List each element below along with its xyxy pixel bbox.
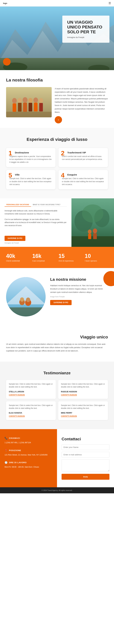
filosofia-section: La nostra filosofia	[0, 70, 114, 128]
test-card-text-4: Sample text. Click to select the text bo…	[61, 404, 105, 410]
contact-message-input[interactable]	[62, 459, 109, 472]
esp-card-title-2: Trasferimenti VIP	[67, 151, 104, 154]
testimonianze-grid: Sample text. Click to select the text bo…	[6, 380, 108, 420]
test-card-3: Sample text. Click to select the text bo…	[6, 401, 56, 420]
personalized-left: PERSONALIZED VACATIONS WHAT IS YOUR VACA…	[0, 198, 72, 247]
test-card-name-2: RADOJE HUDSON	[61, 391, 105, 393]
svg-rect-12	[23, 103, 27, 112]
svg-rect-8	[13, 104, 16, 112]
esp-card-title-4: Eseguire	[67, 174, 104, 176]
contact-left: 📞 CHIAMACI 1 (234) 567-891, 1 (234) 9871…	[0, 429, 57, 487]
svg-point-33	[20, 298, 24, 302]
viaggio-title: Viaggio unico	[6, 335, 108, 340]
pers-tab-2[interactable]: WHAT IS YOUR VACATIONS TYPE?	[31, 203, 62, 206]
svg-rect-28	[93, 233, 97, 239]
test-card-name-4: MIKE PERRY	[61, 412, 105, 414]
svg-rect-14	[29, 103, 32, 112]
hero-section: UN VIAGGIO UNICO PENSATO SOLO PER TE Imm…	[0, 6, 114, 70]
contact-form: Invia	[62, 444, 109, 480]
pers-cta-button[interactable]: SAPERNE DI PIÙ	[5, 236, 25, 241]
navbar: logo ☰	[0, 0, 114, 6]
svg-point-17	[39, 98, 43, 103]
test-card-name-1: STELLA LARSON	[9, 391, 53, 393]
test-card-1: Sample text. Click to select the text bo…	[6, 380, 56, 399]
filosofia-grid: A team of tourist specialists passionate…	[6, 87, 108, 124]
svg-point-35	[26, 298, 30, 302]
svg-point-9	[18, 98, 22, 103]
contact-hours-title: 🕐 ORE DI LAVORO	[5, 461, 52, 464]
contact-name-input[interactable]	[62, 444, 109, 450]
stat-1: 40k Clienti soddisfatti	[6, 253, 29, 262]
contact-hours: 🕐 ORE DI LAVORO Mon-Fri: 08:00 - 18h:00,…	[5, 461, 52, 469]
hero-title: UN VIAGGIO UNICO PENSATO SOLO PER TE	[67, 20, 104, 34]
contact-email-input[interactable]	[62, 452, 109, 458]
personalized-right-image	[72, 198, 114, 247]
test-card-text-1: Sample text. Click to select the text bo…	[9, 383, 53, 388]
stat-label-4: I team operano	[85, 260, 108, 262]
contact-submit-button[interactable]: Invia	[62, 474, 109, 480]
filosofia-content: A team of tourist specialists passionate…	[55, 87, 108, 124]
contact-section: 📞 CHIAMACI 1 (234) 567-891, 1 (234) 9871…	[0, 429, 114, 487]
svg-point-11	[23, 97, 28, 103]
esp-num-1: 1	[9, 150, 12, 156]
esp-card-text-4: Sample text. Click to select the text bo…	[62, 177, 104, 186]
contact-location-title: 📍 POSIZIONE	[5, 449, 52, 452]
esp-card-text-2: Godi il comfort dei nostri veicoli ed of…	[62, 155, 104, 161]
stat-4: 10 I team operano	[85, 253, 108, 262]
filosofia-text: A team of tourist specialists passionate…	[55, 87, 108, 114]
footer-text: © 2024 Travel Agency. All rights reserve…	[41, 490, 73, 491]
stat-label-1: Clienti soddisfatti	[6, 260, 29, 262]
mission-section: La nostra missione Habitant morbi tristi…	[0, 268, 114, 326]
esp-card-text-3: Sample text. Click to select the text bo…	[10, 177, 52, 186]
svg-rect-19	[6, 112, 52, 117]
pers-tabs: PERSONALIZED VACATIONS WHAT IS YOUR VACA…	[5, 203, 67, 207]
esp-num-2: 2	[61, 150, 65, 156]
stat-num-3: 15	[59, 253, 82, 259]
esp-card-1: 1 Destinazione Vogliamo sapere dove e pe…	[6, 148, 55, 167]
viaggio-section: Viaggio unico Ut ad minim veniam, quis n…	[0, 326, 114, 362]
esp-card-title-3: Ville	[15, 174, 52, 176]
menu-icon[interactable]: ☰	[108, 2, 111, 5]
test-card-text-2: Sample text. Click to select the text bo…	[61, 383, 105, 388]
svg-point-25	[88, 230, 91, 234]
contact-hours-text: Mon-Fri: 08:00 - 18h:00, Sab-Dom: Chiuso	[5, 466, 52, 469]
contact-right-title: Contattaci	[62, 437, 109, 442]
contact-right: Contattaci Invia	[57, 429, 114, 487]
viaggio-text: Ut ad minim veniam, quis nostrud exercit…	[6, 342, 108, 352]
mission-btn[interactable]: SAPERNE DI PIÙ	[50, 300, 72, 305]
contact-phone-title: 📞 CHIAMACI	[5, 437, 52, 440]
stats-grid: 40k Clienti soddisfatti 16k Casi complet…	[6, 253, 108, 262]
mission-text: Habitant morbi tristique senectus et. Ne…	[50, 284, 108, 294]
esp-card-title-1: Destinazione	[15, 151, 52, 154]
test-card-btn-1[interactable]: CONTATTI HUDSON	[9, 394, 25, 396]
svg-point-7	[12, 98, 17, 104]
test-card-4: Sample text. Click to select the text bo…	[58, 401, 108, 420]
esp-card-4: 4 Eseguire Sample text. Click to select …	[59, 170, 108, 189]
svg-rect-36	[6, 308, 46, 316]
stat-2: 16k Casi completati	[32, 253, 56, 262]
esp-card-2: 2 Trasferimenti VIP Godi il comfort dei …	[59, 148, 108, 167]
svg-point-23	[82, 204, 103, 222]
test-card-btn-2[interactable]: CONTATTI HUDSON	[61, 394, 77, 396]
test-card-btn-4[interactable]: CONTATTI HUDSON	[61, 415, 77, 417]
clock-icon: 🕐	[5, 461, 8, 464]
filosofia-arrow-btn[interactable]: ›	[55, 116, 62, 124]
mission-image	[6, 277, 46, 316]
personalized-section: PERSONALIZED VACATIONS WHAT IS YOUR VACA…	[0, 198, 114, 247]
hero-overlay: UN VIAGGIO UNICO PENSATO SOLO PER TE Imm…	[62, 16, 109, 43]
viaggio-inner: Viaggio unico Ut ad minim veniam, quis n…	[0, 326, 114, 362]
esp-card-3: 5 Ville Sample text. Click to select the…	[6, 170, 55, 189]
esperienza-title: Esperienza di viaggio di lusso	[6, 137, 108, 142]
esperienza-inner: Esperienza di viaggio di lusso 1 Destina…	[0, 128, 114, 198]
mission-title: La nostra missione	[50, 277, 108, 282]
test-card-btn-3[interactable]: CONTATTI HUDSON	[9, 415, 25, 417]
svg-rect-24	[72, 236, 114, 247]
contact-phone: 📞 CHIAMACI 1 (234) 567-891, 1 (234) 9871…	[5, 437, 52, 444]
pers-source: Immagine da Freepik	[5, 242, 67, 244]
stat-3: 15 Anni di esperienza	[59, 253, 82, 262]
pers-tab-1[interactable]: PERSONALIZED VACATIONS	[5, 203, 31, 207]
filosofia-title: La nostra filosofia	[6, 78, 108, 82]
pers-title-text: Immergiti nelle bellezze sole, storie af…	[5, 210, 67, 216]
esp-card-text-1: Vogliamo sapere dove e perché. Vuoi comp…	[10, 155, 52, 164]
svg-point-27	[93, 228, 97, 233]
